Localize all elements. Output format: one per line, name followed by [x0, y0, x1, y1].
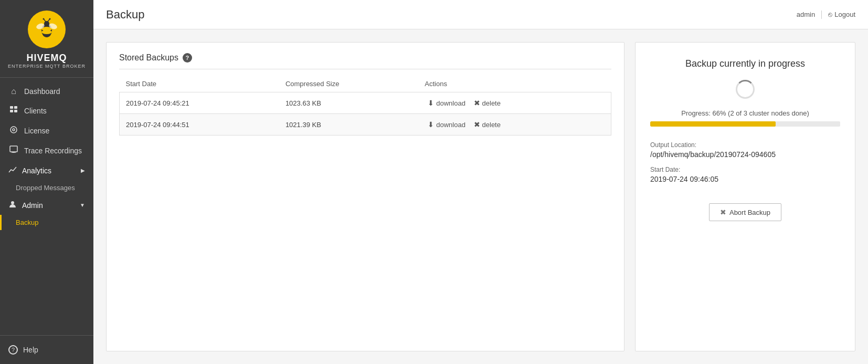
table-row: 2019-07-24 09:44:51 1021.39 KB ⬇ downloa… — [120, 114, 611, 136]
col-compressed-size: Compressed Size — [279, 76, 418, 92]
start-date-value: 2019-07-24 09:46:05 — [650, 175, 840, 183]
table-header: Start Date Compressed Size Actions — [120, 76, 611, 92]
clients-icon — [8, 106, 19, 116]
progress-label: Progress: 66% (2 of 3 cluster nodes done… — [681, 109, 809, 117]
start-date-label: Start Date: — [650, 166, 840, 173]
topbar: Backup admin ⎋ Logout — [93, 0, 868, 29]
help-label: Help — [23, 346, 38, 354]
svg-rect-11 — [14, 106, 17, 109]
delete-label: delete — [482, 121, 501, 129]
help-item[interactable]: ? Help — [8, 342, 85, 358]
svg-point-9 — [49, 18, 51, 20]
stored-backups-help-icon[interactable]: ? — [183, 53, 192, 63]
col-actions: Actions — [418, 76, 611, 92]
admin-label: Admin — [22, 201, 43, 210]
abort-label: Abort Backup — [729, 209, 770, 216]
abort-icon: ✖ — [720, 208, 726, 216]
svg-rect-12 — [10, 110, 13, 112]
logo-circle — [28, 11, 66, 48]
output-location-value: /opt/hivemq/backup/20190724-094605 — [650, 150, 840, 159]
sidebar: HIVEMQ ENTERPRISE MQTT BROKER ⌂ Dashboar… — [0, 0, 93, 364]
download-icon: ⬇ — [428, 99, 434, 107]
license-label: License — [24, 127, 49, 135]
download-label: download — [436, 121, 465, 129]
sidebar-navigation: ⌂ Dashboard Clients License Trace Record… — [0, 78, 93, 335]
cell-start-date: 2019-07-24 09:45:21 — [120, 92, 279, 114]
cell-actions: ⬇ download ✖ delete — [418, 92, 611, 114]
progress-title: Backup currently in progress — [685, 58, 805, 69]
abort-backup-button[interactable]: ✖ Abort Backup — [709, 203, 781, 221]
delete-button[interactable]: ✖ delete — [471, 98, 504, 108]
output-location-block: Output Location: /opt/hivemq/backup/2019… — [650, 141, 840, 159]
output-location-label: Output Location: — [650, 141, 840, 149]
clients-label: Clients — [24, 107, 47, 115]
admin-expand-icon: ▼ — [80, 202, 85, 208]
cell-compressed-size: 1023.63 KB — [279, 92, 418, 114]
dashboard-label: Dashboard — [24, 87, 60, 96]
progress-spinner — [736, 80, 755, 99]
svg-point-15 — [13, 129, 15, 131]
topbar-right: admin ⎋ Logout — [797, 11, 855, 19]
logout-label: Logout — [834, 11, 855, 18]
progress-bar-fill — [650, 121, 776, 127]
svg-point-19 — [11, 201, 14, 204]
col-start-date: Start Date — [120, 76, 279, 92]
svg-point-14 — [10, 127, 17, 133]
delete-icon: ✖ — [474, 99, 480, 107]
cell-actions: ⬇ download ✖ delete — [418, 114, 611, 136]
start-date-block: Start Date: 2019-07-24 09:46:05 — [650, 166, 840, 183]
stored-backups-panel: Stored Backups ? Start Date Compressed S… — [106, 42, 624, 351]
sidebar-item-dropped-messages[interactable]: Dropped Messages — [0, 180, 93, 195]
topbar-divider — [821, 11, 822, 19]
main-content: Backup admin ⎋ Logout Stored Backups ? S… — [93, 0, 868, 364]
logout-button[interactable]: ⎋ Logout — [828, 11, 855, 18]
sidebar-item-license[interactable]: License — [0, 121, 93, 141]
backup-sub-label: Backup — [16, 219, 38, 226]
delete-label: delete — [482, 99, 501, 107]
sidebar-footer: ? Help — [0, 335, 93, 364]
sidebar-item-dashboard[interactable]: ⌂ Dashboard — [0, 82, 93, 101]
help-circle-icon: ? — [8, 345, 18, 355]
analytics-icon — [8, 165, 17, 175]
download-button[interactable]: ⬇ download — [425, 98, 469, 108]
backup-table: Start Date Compressed Size Actions 2019-… — [119, 76, 611, 136]
table-body: 2019-07-24 09:45:21 1023.63 KB ⬇ downloa… — [120, 92, 611, 136]
svg-rect-13 — [14, 110, 17, 112]
trace-recordings-label: Trace Recordings — [24, 147, 82, 155]
page-title: Backup — [106, 8, 144, 22]
sidebar-item-backup[interactable]: Backup — [0, 215, 93, 230]
download-label: download — [436, 99, 465, 107]
svg-rect-16 — [10, 146, 17, 152]
analytics-label: Analytics — [22, 167, 51, 175]
content-area: Stored Backups ? Start Date Compressed S… — [93, 29, 868, 364]
sidebar-logo: HIVEMQ ENTERPRISE MQTT BROKER — [0, 0, 93, 78]
download-icon: ⬇ — [428, 120, 434, 129]
backup-progress-panel: Backup currently in progress Progress: 6… — [635, 42, 855, 351]
svg-point-2 — [41, 30, 52, 34]
svg-rect-10 — [10, 106, 13, 109]
analytics-expand-icon: ▶ — [81, 168, 85, 173]
svg-point-7 — [43, 18, 45, 20]
current-user: admin — [797, 11, 815, 18]
panel-header: Stored Backups ? — [119, 53, 611, 69]
home-icon: ⌂ — [8, 87, 19, 96]
cell-compressed-size: 1021.39 KB — [279, 114, 418, 136]
stored-backups-title: Stored Backups — [119, 53, 178, 63]
admin-icon — [8, 200, 17, 210]
logo-title: HIVEMQ — [26, 53, 67, 64]
table-row: 2019-07-24 09:45:21 1023.63 KB ⬇ downloa… — [120, 92, 611, 114]
sidebar-item-admin[interactable]: Admin ▼ — [0, 195, 93, 215]
sidebar-item-analytics[interactable]: Analytics ▶ — [0, 161, 93, 180]
sidebar-item-trace-recordings[interactable]: Trace Recordings — [0, 141, 93, 161]
logo-subtitle: ENTERPRISE MQTT BROKER — [8, 64, 86, 69]
svg-point-5 — [44, 21, 49, 26]
trace-recordings-icon — [8, 145, 19, 156]
hivemq-bee-logo — [34, 17, 59, 42]
progress-bar-container — [650, 121, 840, 127]
dropped-messages-label: Dropped Messages — [16, 184, 75, 192]
delete-icon: ✖ — [474, 120, 480, 129]
license-icon — [8, 126, 19, 136]
sidebar-item-clients[interactable]: Clients — [0, 101, 93, 121]
download-button[interactable]: ⬇ download — [425, 119, 469, 130]
delete-button[interactable]: ✖ delete — [471, 119, 504, 130]
